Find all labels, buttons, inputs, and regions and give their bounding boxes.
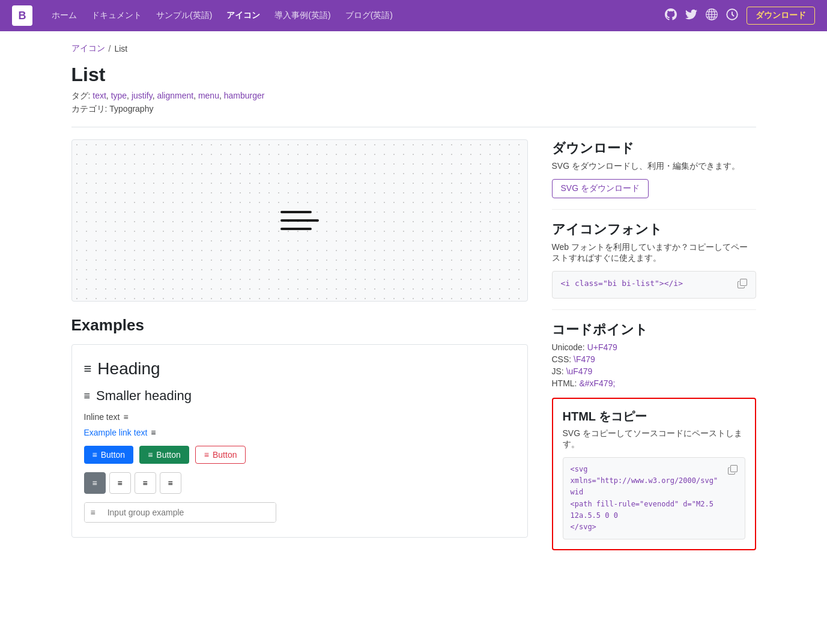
hamburger-line-1 [280,211,312,213]
css-row: CSS: \F479 [552,354,756,364]
svg-download-button[interactable]: SVG をダウンロード [552,179,649,198]
tag-text[interactable]: text [92,91,106,100]
right-divider-2 [552,309,756,310]
page-title: List [71,64,756,86]
html-code-line3: </svg> [571,521,728,533]
codepoint-title: コードポイント [552,321,756,339]
html-val: &#xF479; [579,378,615,388]
page-content: アイコン / List List タグ: text, type, justify… [53,31,774,574]
right-divider-1 [552,209,756,210]
btn-success-icon: ≡ [148,450,153,460]
breadcrumb: アイコン / List [71,43,756,54]
brand-logo[interactable]: B [12,5,32,26]
breadcrumb-separator: / [109,44,111,53]
subheading-list-icon: ≡ [84,390,91,402]
navbar: B ホーム ドキュメント サンプル(英語) アイコン 導入事例(英語) ブログ(… [0,0,827,31]
page-category: カテゴリ: Typography [71,104,756,115]
inline-list-icon: ≡ [123,412,128,422]
category-label: カテゴリ: [71,104,108,114]
github-icon[interactable] [665,8,677,23]
circle-icon[interactable] [726,8,738,23]
example-heading: ≡ Heading [84,359,515,378]
input-group: ≡ [84,502,276,523]
inline-text: Inline text [84,412,120,422]
hamburger-icon [280,211,319,230]
html-close: </svg> [571,523,596,531]
btn-primary[interactable]: ≡ Button [84,446,134,464]
html-copy-section: HTML をコピー SVG をコピーしてソースコードにペーストします。 <svg… [552,398,756,550]
right-column: ダウンロード SVG をダウンロードし、利用・編集ができます。 SVG をダウン… [552,139,756,550]
btn-danger-icon: ≡ [204,450,209,460]
left-column: Examples ≡ Heading ≡ Smaller heading Inl… [71,139,528,538]
html-code-content: <svg xmlns="http://www.w3.org/2000/svg" … [571,464,728,533]
heading-text: Heading [97,359,160,378]
btn-success-label: Button [156,450,180,460]
nav-samples[interactable]: サンプル(英語) [156,10,212,21]
html-path: <path fill-rule="evenodd" d="M2.5 12a.5.… [571,500,713,520]
js-val: \uF479 [566,366,593,376]
unicode-label: Unicode: [552,342,585,352]
input-group-field[interactable] [101,503,276,522]
breadcrumb-parent[interactable]: アイコン [71,43,105,54]
font-title: アイコンフォント [552,220,756,238]
unicode-val: U+F479 [587,342,617,352]
input-group-icon: ≡ [85,503,101,522]
page-tags: タグ: text, type, justify, alignment, menu… [71,91,756,102]
nav-icons[interactable]: アイコン [226,10,260,21]
font-code-box: <i class="bi bi-list"></i> [552,271,756,299]
download-desc: SVG をダウンロードし、利用・編集ができます。 [552,161,756,172]
tag-justify[interactable]: justify [132,91,153,100]
html-code-box: <svg xmlns="http://www.w3.org/2000/svg" … [563,457,745,539]
icon-btn-4[interactable]: ≡ [160,472,181,494]
css-val: \F479 [574,354,595,364]
example-subheading: ≡ Smaller heading [84,388,515,404]
nav-docs[interactable]: ドキュメント [91,10,142,21]
tag-hamburger[interactable]: hamburger [224,91,265,100]
category-value: Typography [109,104,153,114]
example-link[interactable]: Example link text [84,428,148,437]
font-code: <i class="bi bi-list"></i> [561,279,683,288]
html-tag: <svg xmlns="http://www.w3.org/2000/svg" … [571,465,718,496]
hamburger-line-2 [280,219,319,222]
tag-menu[interactable]: menu [198,91,219,100]
icon-btn-3[interactable]: ≡ [135,472,156,494]
html-code-line1: <svg xmlns="http://www.w3.org/2000/svg" … [571,464,728,499]
btn-primary-label: Button [101,450,125,460]
hamburger-line-3 [280,228,312,230]
examples-box: ≡ Heading ≡ Smaller heading Inline text … [71,344,528,538]
inline-text-row: Inline text ≡ [84,412,515,422]
html-copy-icon[interactable] [728,464,738,479]
js-row: JS: \uF479 [552,366,756,376]
tag-type[interactable]: type [111,91,127,100]
unicode-row: Unicode: U+F479 [552,342,756,352]
font-desc: Web フォントを利用していますか？コピーしてペーストすればすぐに使えます。 [552,242,756,264]
btn-success[interactable]: ≡ Button [139,446,189,464]
css-label: CSS: [552,354,572,364]
html-copy-desc: SVG をコピーしてソースコードにペーストします。 [563,428,745,450]
font-copy-icon[interactable] [738,279,747,291]
breadcrumb-current: List [114,44,127,53]
icon-btn-1[interactable]: ≡ [84,472,106,494]
nav-blog[interactable]: ブログ(英語) [345,10,393,21]
twitter-icon[interactable] [685,8,697,23]
btn-row: ≡ Button ≡ Button ≡ Button [84,446,515,464]
js-label: JS: [552,366,564,376]
btn-outline-danger[interactable]: ≡ Button [195,446,246,464]
divider [71,127,756,127]
btn-primary-icon: ≡ [92,450,97,460]
html-copy-title: HTML をコピー [563,409,745,425]
nav-download-button[interactable]: ダウンロード [747,7,815,25]
globe-icon[interactable] [706,8,718,23]
icon-btn-row: ≡ ≡ ≡ ≡ [84,472,515,494]
navbar-right: ダウンロード [665,7,815,25]
tag-alignment[interactable]: alignment [157,91,193,100]
nav-cases[interactable]: 導入事例(英語) [274,10,330,21]
link-row: Example link text ≡ [84,428,515,437]
link-list-icon: ≡ [151,428,156,437]
icon-btn-2[interactable]: ≡ [109,472,131,494]
html-row: HTML: &#xF479; [552,378,756,388]
download-title: ダウンロード [552,139,756,157]
subheading-text: Smaller heading [96,388,192,404]
nav-home[interactable]: ホーム [52,10,77,21]
heading-list-icon: ≡ [84,361,92,377]
